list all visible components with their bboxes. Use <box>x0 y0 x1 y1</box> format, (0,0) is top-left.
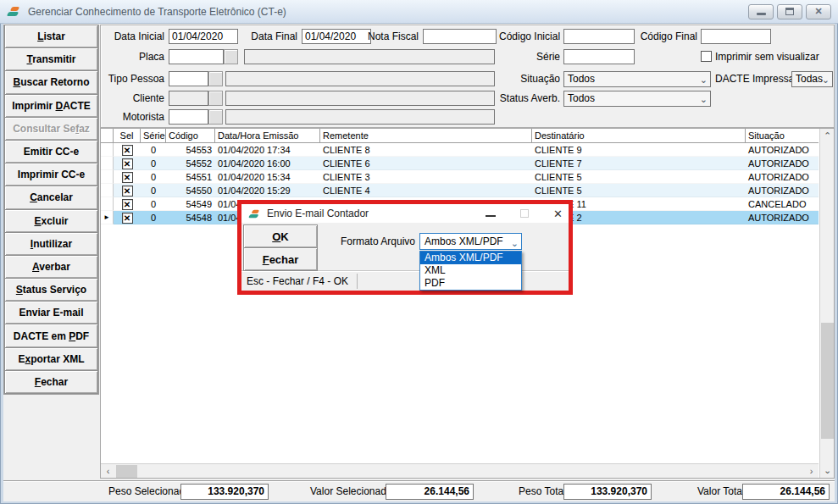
table-row[interactable]: 0 54552 01/04/2020 16:00 CLIENTE 6 CLIEN… <box>101 157 819 170</box>
scroll-right-icon[interactable]: › <box>804 464 819 479</box>
dropdown-option-xml[interactable]: XML <box>420 264 521 277</box>
data-inicial-input[interactable] <box>169 29 238 44</box>
cell-situacao: AUTORIZADO <box>746 184 819 197</box>
nota-fiscal-input[interactable] <box>423 29 497 44</box>
valor-total-label: Valor Total <box>697 481 745 502</box>
table-header: Sel Série Código Data/Hora Emissão Remet… <box>101 129 819 143</box>
sidebar-button-enviar-email[interactable]: Enviar E-mail <box>4 301 98 324</box>
cliente-label: Cliente <box>108 91 164 106</box>
row-checkbox[interactable] <box>122 145 133 156</box>
sidebar-button-exportar-xml[interactable]: Exportar XML <box>4 347 98 371</box>
row-checkbox[interactable] <box>122 172 133 183</box>
cell-serie: 0 <box>141 170 166 184</box>
column-header-situacao[interactable]: Situação <box>746 129 819 143</box>
vertical-scrollbar[interactable]: ⌃ ⌄ <box>819 129 834 478</box>
column-header-codigo[interactable]: Código <box>166 129 215 143</box>
cell-destinatario: CLIENTE 9 <box>532 143 746 157</box>
dacte-impressa-combo[interactable]: Todas⌄ <box>791 71 833 87</box>
dialog-title: Envio E-mail Contador <box>267 208 369 219</box>
dialog-fechar-button[interactable]: Fechar <box>243 247 318 271</box>
sidebar-button-imprimir-dacte[interactable]: Imprimir DACTE <box>4 94 98 118</box>
cell-serie: 0 <box>141 197 166 211</box>
sidebar-button-status-servico[interactable]: Status Serviço <box>4 278 98 302</box>
chevron-down-icon: ⌄ <box>700 92 708 107</box>
valor-selecionado-value: 26.144,56 <box>386 484 474 500</box>
row-checkbox[interactable] <box>122 186 133 197</box>
motorista-label: Motorista <box>108 109 164 125</box>
codigo-inicial-input[interactable] <box>563 29 635 44</box>
titlebar: Gerenciar Conhecimento de Transporte Ele… <box>0 0 838 24</box>
serie-label: Série <box>499 49 560 64</box>
sidebar-button-inutilizar[interactable]: Inutilizar <box>4 232 98 256</box>
motorista-input[interactable] <box>169 109 208 125</box>
column-header-emissao[interactable]: Data/Hora Emissão <box>215 129 320 143</box>
dropdown-option-ambos[interactable]: Ambos XML/PDF <box>420 252 521 264</box>
data-inicial-label: Data Inicial <box>108 29 164 44</box>
tipo-pessoa-input[interactable] <box>169 71 208 86</box>
situacao-label: Situação <box>499 71 560 86</box>
horizontal-scrollbar[interactable]: ‹ › <box>101 463 819 478</box>
maximize-button[interactable] <box>777 4 802 19</box>
column-header-remetente[interactable]: Remetente <box>320 129 532 143</box>
table-row[interactable]: 0 54551 01/04/2020 15:34 CLIENTE 3 CLIEN… <box>101 170 819 184</box>
cell-remetente: CLIENTE 3 <box>320 170 532 184</box>
row-marker <box>101 157 114 170</box>
cell-serie: 0 <box>141 157 166 170</box>
column-header-destinatario[interactable]: Destinatário <box>532 129 746 143</box>
table-row[interactable]: 0 54553 01/04/2020 17:34 CLIENTE 8 CLIEN… <box>101 143 819 157</box>
dialog-minimize-icon[interactable] <box>486 215 496 217</box>
close-button[interactable]: ✕ <box>806 4 831 19</box>
cell-emissao: 01/04/2020 17:34 <box>215 143 320 157</box>
sidebar-button-listar[interactable]: Listar <box>4 25 98 48</box>
motorista-lookup-button[interactable] <box>208 109 223 125</box>
peso-total-label: Peso Total <box>519 481 566 502</box>
scroll-up-icon[interactable]: ⌃ <box>820 129 835 143</box>
sidebar-button-transmitir[interactable]: Transmitir <box>4 47 98 71</box>
window-controls: ✕ <box>748 4 831 19</box>
table-row[interactable]: 0 54550 01/04/2020 15:29 CLIENTE 4 CLIEN… <box>101 184 819 197</box>
sidebar-button-dacte-pdf[interactable]: DACTE em PDF <box>4 324 98 347</box>
cell-serie: 0 <box>141 184 166 197</box>
imprimir-sem-visualizar-checkbox[interactable] <box>701 51 712 62</box>
cliente-lookup-button[interactable] <box>208 91 223 106</box>
sidebar-button-cancelar[interactable]: Cancelar <box>4 186 98 209</box>
serie-input[interactable] <box>563 49 635 64</box>
codigo-final-input[interactable] <box>701 29 771 44</box>
row-checkbox[interactable] <box>122 213 133 224</box>
sidebar-button-buscar-retorno[interactable]: Buscar Retorno <box>4 70 98 94</box>
horizontal-scroll-thumb[interactable] <box>116 465 137 478</box>
sidebar-button-imprimir-cce[interactable]: Imprimir CC-e <box>4 163 98 186</box>
cliente-input[interactable] <box>169 91 208 106</box>
dialog-close-icon[interactable]: ✕ <box>553 208 563 219</box>
placa-input[interactable] <box>169 49 224 64</box>
sidebar-button-excluir[interactable]: Excluir <box>4 209 98 233</box>
column-header-serie[interactable]: Série <box>141 129 166 143</box>
cell-emissao: 01/04/2020 15:29 <box>215 184 320 197</box>
row-checkbox[interactable] <box>122 199 133 210</box>
row-checkbox[interactable] <box>122 158 133 169</box>
dialog-ok-button[interactable]: OK <box>243 224 318 248</box>
envio-email-contador-dialog: Envio E-mail Contador ✕ OK Fechar Format… <box>237 200 573 295</box>
formato-arquivo-label: Formato Arquivo <box>326 234 415 250</box>
scroll-left-icon[interactable]: ‹ <box>101 464 115 479</box>
close-icon: ✕ <box>814 6 822 17</box>
placa-lookup-button[interactable] <box>224 49 238 64</box>
dialog-status-text: Esc - Fechar / F4 - OK <box>241 274 358 289</box>
column-header-sel[interactable]: Sel <box>114 129 141 143</box>
tipo-pessoa-lookup-button[interactable] <box>208 71 223 86</box>
sidebar-button-emitir-cce[interactable]: Emitir CC-e <box>4 140 98 163</box>
sidebar-button-averbar[interactable]: Averbar <box>4 255 98 279</box>
data-final-input[interactable] <box>302 29 371 44</box>
dropdown-option-pdf[interactable]: PDF <box>420 277 521 290</box>
cell-situacao: AUTORIZADO <box>746 170 819 184</box>
status-averb-combo[interactable]: Todos⌄ <box>563 91 711 107</box>
valor-total-value: 26.144,56 <box>742 484 830 500</box>
vertical-scroll-thumb[interactable] <box>821 323 834 439</box>
scroll-down-icon[interactable]: ⌄ <box>820 463 835 478</box>
minimize-button[interactable] <box>748 4 774 19</box>
status-averb-label: Status Averb. <box>499 91 560 106</box>
sidebar-button-fechar[interactable]: Fechar <box>4 370 98 394</box>
situacao-combo[interactable]: Todos⌄ <box>563 71 711 87</box>
filter-panel: Data Inicial Data Final Nota Fiscal Códi… <box>100 25 835 128</box>
formato-arquivo-combo[interactable]: Ambos XML/PDF⌄ <box>419 233 522 250</box>
